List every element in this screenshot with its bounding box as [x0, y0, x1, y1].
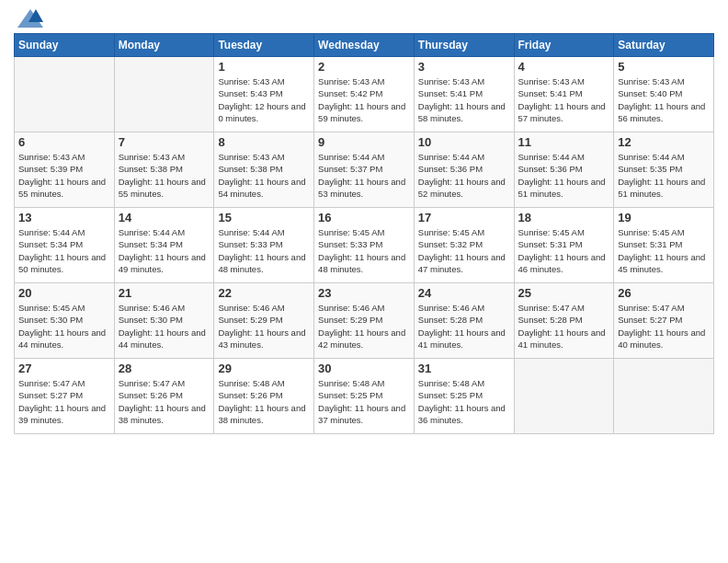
- calendar-cell: 23Sunrise: 5:46 AMSunset: 5:29 PMDayligh…: [314, 283, 415, 359]
- day-number: 28: [119, 362, 210, 375]
- day-info: Sunrise: 5:43 AMSunset: 5:41 PMDaylight:…: [418, 75, 510, 124]
- day-info: Sunrise: 5:47 AMSunset: 5:28 PMDaylight:…: [518, 302, 610, 350]
- day-info: Sunrise: 5:44 AMSunset: 5:34 PMDaylight:…: [119, 226, 210, 275]
- calendar-cell: 3Sunrise: 5:43 AMSunset: 5:41 PMDaylight…: [414, 57, 514, 132]
- week-row-4: 20Sunrise: 5:45 AMSunset: 5:30 PMDayligh…: [15, 283, 714, 359]
- day-number: 24: [418, 286, 510, 300]
- day-info: Sunrise: 5:43 AMSunset: 5:41 PMDaylight:…: [518, 75, 610, 124]
- day-info: Sunrise: 5:44 AMSunset: 5:35 PMDaylight:…: [618, 151, 710, 200]
- calendar-cell: 12Sunrise: 5:44 AMSunset: 5:35 PMDayligh…: [614, 132, 714, 208]
- day-info: Sunrise: 5:47 AMSunset: 5:27 PMDaylight:…: [618, 302, 710, 350]
- weekday-header-sunday: Sunday: [15, 34, 115, 57]
- weekday-header-tuesday: Tuesday: [214, 34, 314, 57]
- calendar-cell: 26Sunrise: 5:47 AMSunset: 5:27 PMDayligh…: [614, 283, 714, 359]
- day-info: Sunrise: 5:44 AMSunset: 5:36 PMDaylight:…: [518, 151, 610, 200]
- day-number: 15: [218, 211, 310, 224]
- day-info: Sunrise: 5:46 AMSunset: 5:29 PMDaylight:…: [318, 302, 410, 350]
- day-number: 8: [218, 135, 310, 149]
- day-number: 1: [218, 60, 310, 74]
- day-number: 19: [618, 211, 710, 224]
- day-info: Sunrise: 5:44 AMSunset: 5:33 PMDaylight:…: [218, 226, 310, 275]
- calendar-cell: [614, 359, 714, 434]
- calendar-cell: 1Sunrise: 5:43 AMSunset: 5:43 PMDaylight…: [214, 57, 314, 132]
- week-row-5: 27Sunrise: 5:47 AMSunset: 5:27 PMDayligh…: [15, 359, 714, 434]
- calendar-cell: 18Sunrise: 5:45 AMSunset: 5:31 PMDayligh…: [514, 208, 614, 283]
- calendar-table: SundayMondayTuesdayWednesdayThursdayFrid…: [14, 33, 714, 434]
- header: [14, 9, 714, 28]
- day-info: Sunrise: 5:48 AMSunset: 5:25 PMDaylight:…: [418, 377, 510, 426]
- day-info: Sunrise: 5:44 AMSunset: 5:36 PMDaylight:…: [418, 151, 510, 200]
- day-info: Sunrise: 5:48 AMSunset: 5:26 PMDaylight:…: [218, 377, 310, 426]
- day-number: 29: [218, 362, 310, 375]
- calendar-cell: 9Sunrise: 5:44 AMSunset: 5:37 PMDaylight…: [314, 132, 415, 208]
- page-container: SundayMondayTuesdayWednesdayThursdayFrid…: [0, 0, 728, 439]
- day-number: 16: [318, 211, 410, 224]
- day-number: 13: [18, 211, 110, 224]
- calendar-cell: 31Sunrise: 5:48 AMSunset: 5:25 PMDayligh…: [414, 359, 514, 434]
- week-row-2: 6Sunrise: 5:43 AMSunset: 5:39 PMDaylight…: [15, 132, 714, 208]
- day-info: Sunrise: 5:43 AMSunset: 5:40 PMDaylight:…: [618, 75, 710, 124]
- calendar-cell: 24Sunrise: 5:46 AMSunset: 5:28 PMDayligh…: [414, 283, 514, 359]
- day-info: Sunrise: 5:43 AMSunset: 5:38 PMDaylight:…: [119, 151, 210, 200]
- calendar-cell: 19Sunrise: 5:45 AMSunset: 5:31 PMDayligh…: [614, 208, 714, 283]
- weekday-header-monday: Monday: [114, 34, 214, 57]
- calendar-cell: 16Sunrise: 5:45 AMSunset: 5:33 PMDayligh…: [314, 208, 415, 283]
- day-info: Sunrise: 5:45 AMSunset: 5:30 PMDaylight:…: [18, 302, 110, 350]
- calendar-cell: 28Sunrise: 5:47 AMSunset: 5:26 PMDayligh…: [114, 359, 214, 434]
- calendar-cell: 2Sunrise: 5:43 AMSunset: 5:42 PMDaylight…: [314, 57, 415, 132]
- day-info: Sunrise: 5:43 AMSunset: 5:43 PMDaylight:…: [218, 75, 310, 124]
- calendar-cell: 30Sunrise: 5:48 AMSunset: 5:25 PMDayligh…: [314, 359, 415, 434]
- calendar-cell: 15Sunrise: 5:44 AMSunset: 5:33 PMDayligh…: [214, 208, 314, 283]
- calendar-cell: 29Sunrise: 5:48 AMSunset: 5:26 PMDayligh…: [214, 359, 314, 434]
- day-info: Sunrise: 5:47 AMSunset: 5:26 PMDaylight:…: [119, 377, 210, 426]
- calendar-cell: 4Sunrise: 5:43 AMSunset: 5:41 PMDaylight…: [514, 57, 614, 132]
- day-number: 3: [418, 60, 510, 74]
- day-number: 14: [119, 211, 210, 224]
- day-info: Sunrise: 5:45 AMSunset: 5:31 PMDaylight:…: [518, 226, 610, 275]
- calendar-cell: 22Sunrise: 5:46 AMSunset: 5:29 PMDayligh…: [214, 283, 314, 359]
- day-info: Sunrise: 5:44 AMSunset: 5:34 PMDaylight:…: [18, 226, 110, 275]
- day-info: Sunrise: 5:46 AMSunset: 5:28 PMDaylight:…: [418, 302, 510, 350]
- logo-icon: [17, 9, 43, 28]
- calendar-cell: 11Sunrise: 5:44 AMSunset: 5:36 PMDayligh…: [514, 132, 614, 208]
- day-number: 25: [518, 286, 610, 300]
- week-row-3: 13Sunrise: 5:44 AMSunset: 5:34 PMDayligh…: [15, 208, 714, 283]
- day-number: 7: [119, 135, 210, 149]
- day-info: Sunrise: 5:46 AMSunset: 5:29 PMDaylight:…: [218, 302, 310, 350]
- day-info: Sunrise: 5:44 AMSunset: 5:37 PMDaylight:…: [318, 151, 410, 200]
- week-row-1: 1Sunrise: 5:43 AMSunset: 5:43 PMDaylight…: [15, 57, 714, 132]
- calendar-cell: [514, 359, 614, 434]
- calendar-cell: 7Sunrise: 5:43 AMSunset: 5:38 PMDaylight…: [114, 132, 214, 208]
- day-info: Sunrise: 5:45 AMSunset: 5:33 PMDaylight:…: [318, 226, 410, 275]
- day-number: 27: [18, 362, 110, 375]
- day-number: 11: [518, 135, 610, 149]
- calendar-cell: [15, 57, 115, 132]
- day-info: Sunrise: 5:43 AMSunset: 5:39 PMDaylight:…: [18, 151, 110, 200]
- day-info: Sunrise: 5:43 AMSunset: 5:38 PMDaylight:…: [218, 151, 310, 200]
- calendar-cell: 20Sunrise: 5:45 AMSunset: 5:30 PMDayligh…: [15, 283, 115, 359]
- calendar-cell: 25Sunrise: 5:47 AMSunset: 5:28 PMDayligh…: [514, 283, 614, 359]
- day-number: 5: [618, 60, 710, 74]
- calendar-cell: 6Sunrise: 5:43 AMSunset: 5:39 PMDaylight…: [15, 132, 115, 208]
- weekday-header-thursday: Thursday: [414, 34, 514, 57]
- day-info: Sunrise: 5:45 AMSunset: 5:31 PMDaylight:…: [618, 226, 710, 275]
- calendar-cell: [114, 57, 214, 132]
- day-number: 30: [318, 362, 410, 375]
- day-number: 4: [518, 60, 610, 74]
- day-number: 26: [618, 286, 710, 300]
- logo: [14, 9, 43, 28]
- day-number: 17: [418, 211, 510, 224]
- day-info: Sunrise: 5:43 AMSunset: 5:42 PMDaylight:…: [318, 75, 410, 124]
- weekday-header-friday: Friday: [514, 34, 614, 57]
- day-number: 12: [618, 135, 710, 149]
- day-info: Sunrise: 5:46 AMSunset: 5:30 PMDaylight:…: [119, 302, 210, 350]
- day-number: 22: [218, 286, 310, 300]
- weekday-header-wednesday: Wednesday: [314, 34, 415, 57]
- day-number: 20: [18, 286, 110, 300]
- day-info: Sunrise: 5:48 AMSunset: 5:25 PMDaylight:…: [318, 377, 410, 426]
- day-number: 2: [318, 60, 410, 74]
- weekday-header-saturday: Saturday: [614, 34, 714, 57]
- day-number: 18: [518, 211, 610, 224]
- day-info: Sunrise: 5:45 AMSunset: 5:32 PMDaylight:…: [418, 226, 510, 275]
- day-info: Sunrise: 5:47 AMSunset: 5:27 PMDaylight:…: [18, 377, 110, 426]
